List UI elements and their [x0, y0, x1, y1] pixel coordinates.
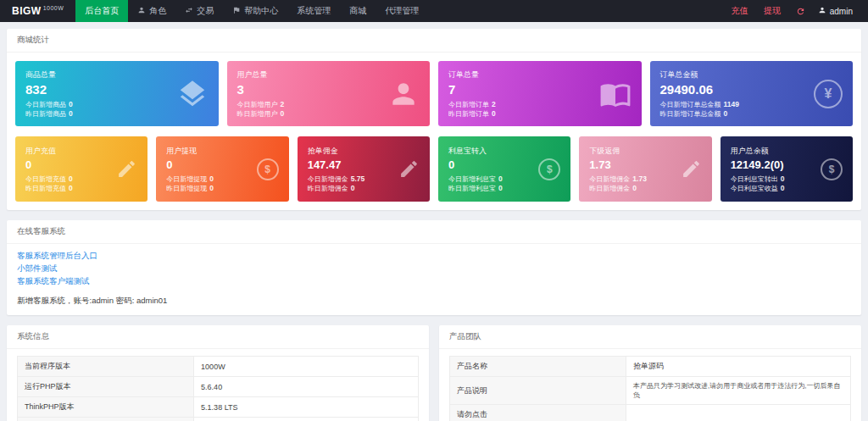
stat-value: 147.47: [308, 158, 365, 171]
stat-title: 用户总量: [237, 69, 285, 80]
table-row: 产品说明本产品只为学习测试改进,请勿用于商业或者用于违法行为,一切后果自负: [450, 377, 851, 405]
stat-info: 抢单佣金 147.47 今日新增佣金5.75 昨日新增佣金0: [308, 146, 365, 193]
dollar-icon: $: [257, 158, 279, 180]
nav-item-system-manage[interactable]: 系统管理: [287, 0, 340, 22]
system-info-title: 系统信息: [7, 325, 429, 349]
navbar-right: 充值 提现 admin: [724, 0, 868, 22]
row-label: 请勿点击: [450, 405, 626, 421]
username: admin: [830, 7, 853, 16]
big-stat-row: 商品总量 832 今日新增商品0 昨日新增商品0 用户总量 3 今日新增用户2 …: [15, 61, 853, 126]
stat-value: 7: [448, 82, 496, 97]
bottom-row: 系统信息 当前程序版本1000W 运行PHP版本5.6.40 ThinkPHP版…: [7, 325, 861, 421]
stat-card-user-recharge: 用户充值 0 今日新增充值0 昨日新增充值0: [15, 136, 147, 202]
stat-info: 下级返佣 1.73 今日新增佣金1.73 昨日新增佣金0: [589, 146, 647, 193]
nav-label: 角色: [149, 5, 166, 17]
brand-version: 1000W: [43, 5, 64, 11]
stat-line: 今日新增订单2: [448, 100, 496, 109]
row-label: 运行PHP版本: [18, 377, 194, 397]
stat-info: 用户总余额 12149.2(0) 今日利息宝转出0 今日利息宝收益0: [731, 146, 785, 193]
table-row: 运行PHP版本5.6.40: [18, 377, 419, 397]
stat-value: 0: [166, 158, 214, 171]
nav-item-help-center[interactable]: 帮助中心: [223, 0, 287, 22]
stat-info: 利息宝转入 0 今日新增利息宝0 昨日新增利息宝0: [448, 146, 503, 193]
stat-card-sub-rebate: 下级返佣 1.73 今日新增佣金1.73 昨日新增佣金0: [579, 136, 711, 202]
edit-icon: [116, 158, 137, 180]
stat-info: 用户总量 3 今日新增用户2 昨日新增用户0: [237, 69, 285, 119]
product-info-table: 产品名称抢单源码 产品说明本产品只为学习测试改进,请勿用于商业或者用于违法行为,…: [449, 356, 851, 421]
stat-info: 订单总金额 29490.06 今日新增订单总金额1149 昨日新增订单总金额0: [660, 69, 739, 119]
system-info-panel: 系统信息 当前程序版本1000W 运行PHP版本5.6.40 ThinkPHP版…: [7, 325, 429, 421]
service-admin-entry-link[interactable]: 客服系统管理后台入口: [17, 249, 97, 262]
flag-icon: [232, 6, 241, 16]
widget-test-link[interactable]: 小部件测试: [17, 262, 58, 274]
user-menu[interactable]: admin: [813, 6, 858, 16]
stat-line: 今日利息宝收益0: [731, 184, 785, 193]
service-panel-title: 在线客服系统: [7, 220, 861, 244]
person-icon: [387, 78, 420, 110]
stat-line: 昨日新增充值0: [25, 184, 73, 193]
nav-item-agent-manage[interactable]: 代理管理: [376, 0, 428, 22]
stat-info: 用户提现 0 今日新增提现0 昨日新增提现0: [166, 146, 214, 193]
stat-line: 昨日新增提现0: [166, 184, 214, 193]
person-icon: [818, 6, 826, 16]
stat-title: 抢单佣金: [308, 146, 365, 157]
row-label: ThinkPHP版本: [18, 397, 194, 418]
stat-line: 今日新增利息宝0: [448, 174, 503, 184]
stat-line: 今日新增充值0: [25, 174, 73, 184]
stat-value: 1.73: [589, 158, 647, 171]
stat-title: 商品总量: [25, 69, 73, 80]
refresh-icon[interactable]: [788, 7, 813, 16]
stats-panel-title: 商城统计: [7, 29, 861, 53]
stat-value: 29490.06: [660, 82, 739, 97]
nav-item-roles[interactable]: 角色: [128, 0, 175, 22]
nav-item-trade[interactable]: 交易: [175, 0, 223, 22]
stat-line: 今日新增订单总金额1149: [660, 100, 739, 109]
withdraw-link[interactable]: 提现: [756, 5, 788, 17]
stat-value: 0: [448, 158, 503, 171]
brand-logo[interactable]: BIGW1000W: [0, 0, 75, 22]
table-row: MySQL数据库版本5.7.34-log: [18, 418, 419, 421]
product-team-title: 产品团队: [439, 325, 861, 349]
nav-label: 后台首页: [85, 5, 119, 17]
client-test-link[interactable]: 客服系统客户端测试: [17, 274, 90, 287]
row-label: 当前程序版本: [18, 357, 194, 377]
recharge-link[interactable]: 充值: [724, 5, 756, 17]
stat-line: 昨日新增利息宝0: [448, 184, 503, 193]
edit-icon: [681, 158, 702, 180]
person-icon: [137, 6, 146, 16]
stat-line: 今日新增用户2: [237, 100, 285, 109]
nav-label: 帮助中心: [244, 5, 278, 17]
stat-line: 今日新增佣金5.75: [308, 174, 365, 184]
stat-title: 用户总余额: [731, 146, 785, 157]
stats-panel: 商城统计 商品总量 832 今日新增商品0 昨日新增商品0 用户总量 3: [7, 29, 861, 210]
row-value: 1000W: [194, 357, 419, 377]
layers-icon: [176, 78, 209, 110]
stat-value: 12149.2(0): [731, 158, 785, 171]
dollar-icon: $: [538, 158, 560, 180]
stat-card-order-amount: 订单总金额 29490.06 今日新增订单总金额1149 昨日新增订单总金额0 …: [650, 61, 854, 126]
stat-line: 今日新增提现0: [166, 174, 214, 184]
stat-line: 昨日新增用户0: [237, 109, 285, 119]
row-value: 5.1.38 LTS: [194, 397, 419, 418]
stat-line: 昨日新增订单总金额0: [660, 109, 739, 119]
stat-line: 昨日新增订单0: [448, 109, 496, 119]
service-panel: 在线客服系统 客服系统管理后台入口 小部件测试 客服系统客户端测试 新增客服系统…: [7, 220, 861, 315]
stat-line: 今日新增商品0: [25, 100, 73, 109]
stat-card-user-withdraw: 用户提现 0 今日新增提现0 昨日新增提现0 $: [156, 136, 288, 202]
row-label: 产品名称: [450, 357, 626, 377]
stat-title: 订单总金额: [660, 69, 739, 80]
stat-line: 昨日新增佣金0: [589, 184, 647, 193]
nav-label: 代理管理: [385, 5, 419, 17]
stat-info: 用户充值 0 今日新增充值0 昨日新增充值0: [25, 146, 73, 193]
nav-item-dashboard[interactable]: 后台首页: [75, 0, 128, 22]
stats-panel-body: 商品总量 832 今日新增商品0 昨日新增商品0 用户总量 3 今日新增用户2 …: [7, 53, 861, 210]
nav-label: 商城: [349, 5, 366, 17]
nav-label: 交易: [197, 5, 214, 17]
nav-item-mall[interactable]: 商城: [340, 0, 376, 22]
table-row: 当前程序版本1000W: [18, 357, 419, 377]
dollar-icon: $: [821, 158, 843, 180]
main-menu: 后台首页 角色 交易 帮助中心 系统管理 商城 代理管理: [75, 0, 428, 22]
stat-value: 3: [237, 82, 285, 97]
stat-title: 用户提现: [166, 146, 214, 157]
table-row: 产品名称抢单源码: [450, 357, 851, 377]
